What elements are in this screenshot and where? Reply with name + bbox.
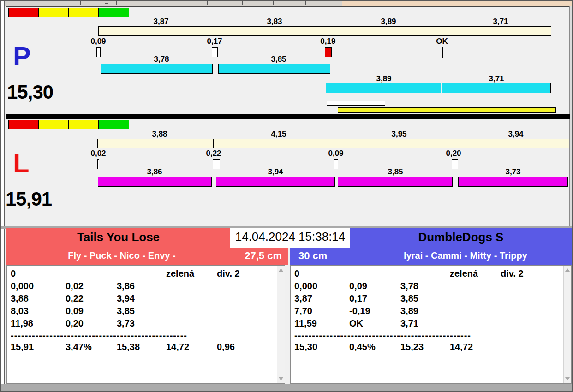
run-bar (458, 177, 568, 187)
split-bar-segment (97, 139, 214, 148)
pass-time-label: 0,02 (75, 149, 121, 158)
result-textarea-left[interactable]: 0zelenádiv. 2 0,0000,023,86 3,880,223,94… (6, 265, 285, 384)
run-time-label: 3,71 (473, 74, 519, 83)
separator-row: ----------------------------------------… (294, 330, 479, 341)
totals-row: 15,913,47%15,3814,720,96 (11, 341, 275, 353)
traffic-red-segment (9, 8, 39, 17)
pass-time-label: 0,17 (191, 37, 238, 46)
team-members: lyrai - Cammi - Mitty - Trippy (359, 250, 572, 261)
top-toolbar-strip (5, 1, 342, 6)
toolbar-dash (105, 3, 108, 4)
run-time-label: 3,86 (131, 167, 178, 177)
leg-row: 3,880,223,94 (11, 292, 275, 305)
run-time-label: 3,85 (372, 167, 418, 177)
split-bar-segment (454, 139, 569, 148)
pass-indicator-box (452, 159, 458, 169)
top-accent-strip (342, 1, 572, 6)
split-time-label: 3,95 (376, 130, 422, 139)
scroll-down-icon[interactable] (279, 377, 283, 380)
traffic-yellow-segment (39, 120, 69, 129)
totals-row: 15,300,45%15,2314,72 (294, 341, 562, 353)
leg-row: 3,870,173,85 (294, 292, 562, 305)
separator-row: ----------------------------------------… (11, 330, 195, 341)
pass-time-label: 0,09 (75, 37, 121, 46)
jump-height: 27,5 cm (245, 250, 282, 262)
run-bar (216, 177, 335, 187)
pass-time-label: -0,19 (304, 37, 350, 46)
pass-time-label: 0,09 (313, 149, 359, 158)
toolbar-tick (305, 1, 306, 5)
split-time-label: 3,83 (251, 17, 298, 26)
split-time-label: 4,15 (256, 130, 302, 139)
result-text-right: 0zelenádiv. 2 0,0000,093,78 3,870,173,85… (294, 267, 562, 382)
run-bar (218, 64, 330, 74)
timing-window: 3,87 3,83 3,89 3,71 0,09 0,17 -0,19 OK 3… (0, 0, 573, 392)
scroll-up-icon[interactable] (279, 268, 283, 272)
lane-p-traffic-light-strip (8, 8, 129, 17)
run-bar (442, 83, 551, 93)
window-bottom-band (1, 384, 573, 392)
scrollbar[interactable] (277, 266, 285, 383)
team-name: DumbleDogs S (350, 230, 572, 244)
run-bar (98, 177, 212, 187)
pass-indicator-ok-line (442, 47, 443, 58)
scrollbar[interactable] (563, 266, 571, 383)
lane-l-letter: L (13, 150, 29, 177)
result-textarea-right[interactable]: 0zelenádiv. 2 0,0000,093,78 3,870,173,85… (290, 265, 572, 384)
toolbar-tick (207, 1, 208, 5)
split-time-label: 3,87 (138, 17, 184, 26)
split-bar-segment (98, 26, 215, 36)
result-text-left: 0zelenádiv. 2 0,0000,023,86 3,880,223,94… (11, 267, 275, 382)
split-bar-segment (213, 139, 336, 148)
run-time-label: 3,73 (490, 167, 536, 177)
leg-row: 0,0000,093,78 (294, 280, 562, 292)
pass-time-label: 0,20 (430, 149, 477, 158)
leg-row: 8,030,093,85 (11, 305, 275, 317)
leg-row: 11,59OK3,71 (294, 317, 562, 330)
lane-l-total-time: 15,91 (6, 190, 52, 209)
toolbar-tick (164, 1, 164, 5)
progress-bar-white (327, 101, 385, 106)
run-time-label: 3,78 (138, 55, 185, 64)
run-time-label: 3,89 (361, 74, 407, 83)
run-time-label: 3,94 (252, 167, 298, 177)
pass-time-label: OK (419, 37, 465, 46)
lane-p-panel: 3,87 3,83 3,89 3,71 0,09 0,17 -0,19 OK 3… (6, 6, 569, 99)
split-time-label: 3,71 (478, 17, 524, 26)
scroll-up-icon[interactable] (565, 268, 570, 272)
pass-time-label: 0,22 (191, 149, 237, 158)
pass-indicator-box (97, 159, 99, 169)
sub-tick (7, 212, 7, 216)
pass-indicator-box-fault (325, 47, 332, 57)
split-time-label: 3,89 (365, 17, 412, 26)
pass-indicator-box (334, 159, 338, 169)
scroll-down-icon[interactable] (565, 377, 570, 380)
split-time-label: 3,88 (137, 130, 183, 139)
traffic-red-segment (9, 120, 39, 129)
pass-indicator-box (213, 159, 220, 169)
run-time-label: 3,85 (256, 55, 302, 64)
run-bar (326, 83, 441, 93)
progress-bar-yellow (338, 107, 556, 113)
toolbar-tick (80, 1, 81, 5)
window-left-edge (1, 1, 5, 391)
pass-indicator-box (96, 47, 101, 57)
jump-height: 30 cm (298, 250, 327, 262)
split-bar-segment (326, 26, 442, 36)
team-members: Fly - Puck - Nico - Envy - (6, 250, 237, 261)
split-bar-segment (336, 139, 454, 148)
traffic-yellow-segment (69, 8, 99, 17)
lane-l-panel: 3,88 4,15 3,95 3,94 0,02 0,22 0,09 0,20 … (6, 119, 569, 211)
pass-indicator-box (212, 47, 218, 57)
leg-row: 11,980,203,73 (11, 317, 275, 330)
split-bar-segment (442, 26, 551, 36)
sub-tick (7, 101, 7, 105)
run-bar (338, 177, 453, 187)
run-bar (101, 64, 213, 74)
toolbar-tick (116, 1, 117, 5)
toolbar-tick (37, 1, 37, 5)
lane-l-traffic-light-strip (8, 120, 129, 129)
lane-p-letter: P (13, 43, 31, 70)
traffic-yellow-segment (39, 8, 69, 17)
team-name: Tails You Lose (6, 230, 230, 244)
